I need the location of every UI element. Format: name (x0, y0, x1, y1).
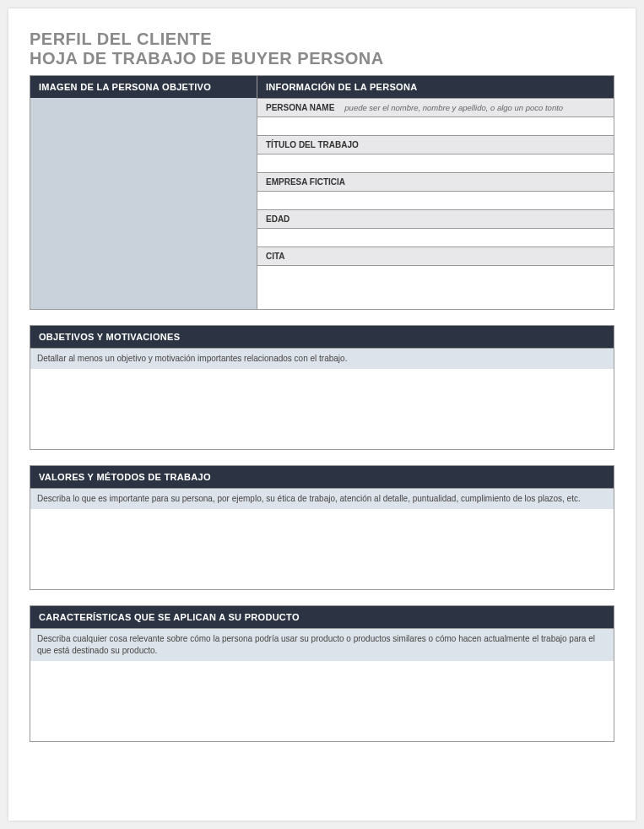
page-title-line2: HOJA DE TRABAJO DE BUYER PERSONA (30, 49, 614, 68)
company-input[interactable] (257, 191, 614, 209)
characteristics-section: CARACTERÍSTICAS QUE SE APLICAN A SU PROD… (30, 605, 614, 742)
values-content[interactable] (30, 509, 614, 589)
objectives-section: OBJETIVOS Y MOTIVACIONES Detallar al men… (30, 325, 614, 450)
objectives-content[interactable] (30, 369, 614, 449)
values-section: VALORES Y MÉTODOS DE TRABAJO Describa lo… (30, 465, 614, 590)
persona-info-section: IMAGEN DE LA PERSONA OBJETIVO INFORMACIÓ… (30, 75, 614, 310)
info-column: INFORMACIÓN DE LA PERSONA PERSONA NAME p… (257, 76, 614, 309)
job-title-label-row: TÍTULO DEL TRABAJO (257, 135, 614, 154)
values-description: Describa lo que es importante para su pe… (30, 488, 614, 509)
values-header: VALORES Y MÉTODOS DE TRABAJO (30, 466, 614, 488)
image-column: IMAGEN DE LA PERSONA OBJETIVO (30, 76, 257, 309)
characteristics-header: CARACTERÍSTICAS QUE SE APLICAN A SU PROD… (30, 606, 614, 628)
quote-label-row: CITA (257, 247, 614, 265)
age-input[interactable] (257, 228, 614, 247)
company-label-row: EMPRESA FICTICIA (257, 172, 614, 191)
quote-label: CITA (266, 252, 285, 261)
persona-name-label-row: PERSONA NAME puede ser el nombre, nombre… (257, 98, 614, 116)
persona-image-placeholder[interactable] (30, 98, 257, 309)
quote-input[interactable] (257, 265, 614, 309)
persona-name-hint: puede ser el nombre, nombre y apellido, … (344, 103, 563, 112)
objectives-description: Detallar al menos un objetivo y motivaci… (30, 348, 614, 369)
company-label: EMPRESA FICTICIA (266, 177, 345, 187)
persona-name-input[interactable] (257, 116, 614, 135)
characteristics-description: Describa cualquier cosa relevante sobre … (30, 628, 614, 661)
age-label-row: EDAD (257, 209, 614, 228)
job-title-label: TÍTULO DEL TRABAJO (266, 140, 359, 149)
age-label: EDAD (266, 214, 290, 224)
image-header: IMAGEN DE LA PERSONA OBJETIVO (30, 76, 257, 98)
objectives-header: OBJETIVOS Y MOTIVACIONES (30, 326, 614, 348)
persona-name-label: PERSONA NAME (266, 103, 334, 112)
job-title-input[interactable] (257, 154, 614, 172)
characteristics-content[interactable] (30, 661, 614, 741)
info-header: INFORMACIÓN DE LA PERSONA (257, 76, 614, 98)
worksheet-page: PERFIL DEL CLIENTE HOJA DE TRABAJO DE BU… (8, 8, 636, 821)
page-title-line1: PERFIL DEL CLIENTE (30, 30, 614, 49)
